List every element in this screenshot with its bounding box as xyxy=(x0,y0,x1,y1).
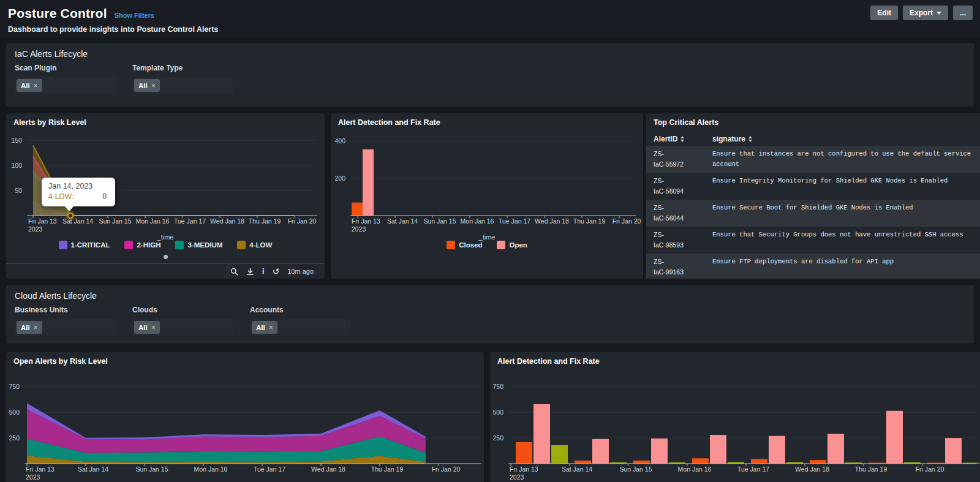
chip-remove-icon[interactable]: × xyxy=(34,323,38,332)
filter-label: Clouds xyxy=(132,306,233,314)
cloud-section-title: Cloud Alerts Lifecycle xyxy=(15,291,97,301)
panel-title: Alerts by Risk Level xyxy=(13,118,86,127)
legend-item-3-medium[interactable]: 3-MEDIUM xyxy=(175,241,222,249)
chip-remove-icon[interactable]: × xyxy=(34,81,38,90)
filter-input[interactable]: All× xyxy=(250,319,351,336)
legend-label: Closed xyxy=(459,241,482,249)
alerts-by-risk-level-panel: Alerts by Risk Level 50100150Fri Jan 132… xyxy=(6,113,325,279)
alert-detection-fix-rate-chart-bottom[interactable]: 250500750Fri Jan 132023Sat Jan 14Sun Jan… xyxy=(490,352,980,482)
legend-item-1-critical[interactable]: 1-CRITICAL xyxy=(59,241,110,249)
alert-id-line: ZS- xyxy=(654,230,712,240)
iac-section-title: IaC Alerts Lifecycle xyxy=(15,49,88,59)
carousel-dot[interactable] xyxy=(164,255,168,259)
svg-text:Tue Jan 17: Tue Jan 17 xyxy=(254,465,285,473)
show-filters-link[interactable]: Show Filters xyxy=(115,12,154,19)
alert-detection-fix-rate-chart-top[interactable]: 200400Fri Jan 132023Sat Jan 14Sun Jan 15… xyxy=(331,113,643,279)
svg-text:100: 100 xyxy=(11,162,22,169)
table-row[interactable]: ZS-IaC-55972Ensure that instances are no… xyxy=(646,146,980,173)
panel-toolbar: i ↺ 10m ago xyxy=(227,263,320,279)
table-row[interactable]: ZS-IaC-99163Ensure FTP deployments are d… xyxy=(646,254,980,279)
x-axis-title: _time xyxy=(331,233,643,241)
svg-text:Sun Jan 15: Sun Jan 15 xyxy=(135,465,168,473)
legend-swatch xyxy=(175,241,184,249)
svg-text:Thu Jan 19: Thu Jan 19 xyxy=(249,217,281,225)
chip-remove-icon[interactable]: × xyxy=(151,81,156,90)
alert-id-line: ZS- xyxy=(654,176,712,186)
panel-title: Top Critical Alerts xyxy=(654,118,718,127)
filter-chip[interactable]: All× xyxy=(252,321,277,334)
filter-input[interactable]: All× xyxy=(15,77,116,94)
svg-text:Thu Jan 19: Thu Jan 19 xyxy=(573,217,606,225)
open-alerts-by-risk-level-chart[interactable]: 250500750Fri Jan 132023Sat Jan 14Sun Jan… xyxy=(6,352,484,482)
filter-chip[interactable]: All× xyxy=(17,79,42,92)
chart-legend: ClosedOpen xyxy=(331,241,643,249)
svg-text:Thu Jan 19: Thu Jan 19 xyxy=(855,465,888,473)
alert-id-cell: ZS-IaC-55972 xyxy=(654,149,712,170)
cloud-alerts-lifecycle-section: Cloud Alerts Lifecycle Business UnitsAll… xyxy=(6,285,974,344)
svg-text:Sun Jan 15: Sun Jan 15 xyxy=(99,217,131,225)
zoom-icon[interactable] xyxy=(230,267,238,276)
panel-title: Open Alerts by Risk Level xyxy=(13,357,108,366)
svg-text:Fri Jan 132023: Fri Jan 132023 xyxy=(28,217,57,233)
filter-label: Business Units xyxy=(15,306,116,314)
export-button[interactable]: Export xyxy=(903,6,948,20)
chip-remove-icon[interactable]: × xyxy=(269,323,273,332)
legend-label: 2-HIGH xyxy=(137,241,160,249)
column-header-alertid[interactable]: AlertID xyxy=(654,132,712,146)
more-actions-button[interactable]: ... xyxy=(953,6,973,20)
alert-id-line: IaC-56094 xyxy=(654,186,712,197)
signature-cell: Ensure FTP deployments are disabled for … xyxy=(712,257,976,278)
info-icon[interactable]: i xyxy=(262,267,264,276)
column-header-signature[interactable]: signature xyxy=(712,132,980,146)
filter-chip[interactable]: All× xyxy=(17,321,42,334)
svg-text:Fri Jan 132023: Fri Jan 132023 xyxy=(26,465,55,481)
top-bar: Posture Control Show Filters Dashboard t… xyxy=(0,0,980,38)
panel-title: Alert Detection and Fix Rate xyxy=(497,357,600,366)
svg-text:Thu Jan 19: Thu Jan 19 xyxy=(371,465,404,473)
filter-chip-label: All xyxy=(138,324,148,331)
tooltip-series-label: 4-LOW: xyxy=(48,192,74,201)
table-row[interactable]: ZS-IaC-56044Ensure Secure Boot for Shiel… xyxy=(646,200,980,227)
filter-input[interactable]: All× xyxy=(132,319,233,336)
download-icon[interactable] xyxy=(246,267,254,276)
panel-title: Alert Detection and Fix Rate xyxy=(338,118,440,127)
svg-text:Wed Jan 18: Wed Jan 18 xyxy=(535,217,569,225)
svg-text:200: 200 xyxy=(334,175,345,182)
svg-text:750: 750 xyxy=(9,383,20,390)
filter-input[interactable]: All× xyxy=(15,319,116,336)
sort-icon xyxy=(680,136,684,142)
filter-label: Scan Plugin xyxy=(15,64,116,72)
chip-remove-icon[interactable]: × xyxy=(151,323,156,332)
posture-control-dashboard: Posture Control Show Filters Dashboard t… xyxy=(0,0,980,482)
svg-text:400: 400 xyxy=(334,137,345,145)
alert-detection-fix-rate-panel-bottom: Alert Detection and Fix Rate 250500750Fr… xyxy=(490,352,980,482)
alert-id-line: IaC-98593 xyxy=(654,240,712,250)
table-row[interactable]: ZS-IaC-56094Ensure Integrity Monitoring … xyxy=(646,173,980,200)
legend-label: 4-LOW xyxy=(249,241,272,249)
filter-chip[interactable]: All× xyxy=(134,321,160,334)
filter-template-type: Template TypeAll× xyxy=(132,64,233,94)
refresh-history-icon[interactable]: ↺ xyxy=(272,267,279,276)
legend-item-2-high[interactable]: 2-HIGH xyxy=(124,241,160,249)
filter-scan-plugin: Scan PluginAll× xyxy=(15,64,116,94)
last-run-time[interactable]: 10m ago xyxy=(287,268,314,275)
filter-chip[interactable]: All× xyxy=(134,79,160,92)
filter-label: Template Type xyxy=(132,64,233,72)
edit-button[interactable]: Edit xyxy=(870,6,898,20)
filter-chip-label: All xyxy=(21,324,30,331)
legend-swatch xyxy=(124,241,133,249)
alert-id-cell: ZS-IaC-56094 xyxy=(654,176,712,197)
legend-label: 1-CRITICAL xyxy=(71,241,110,249)
svg-text:Mon Jan 16: Mon Jan 16 xyxy=(194,465,228,473)
legend-item-closed[interactable]: Closed xyxy=(447,241,482,249)
legend-swatch xyxy=(59,241,67,249)
page-subtitle: Dashboard to provide insights into Postu… xyxy=(8,25,218,34)
legend-item-open[interactable]: Open xyxy=(497,241,527,249)
legend-item-4-low[interactable]: 4-LOW xyxy=(237,241,272,249)
filter-input[interactable]: All× xyxy=(132,77,233,94)
edit-button-label: Edit xyxy=(877,9,891,17)
x-axis-title: _time xyxy=(6,233,325,241)
svg-text:Mon Jan 16: Mon Jan 16 xyxy=(461,217,494,225)
table-row[interactable]: ZS-IaC-98593Ensure that Security Groups … xyxy=(646,227,980,254)
alert-id-line: IaC-55972 xyxy=(654,159,712,170)
